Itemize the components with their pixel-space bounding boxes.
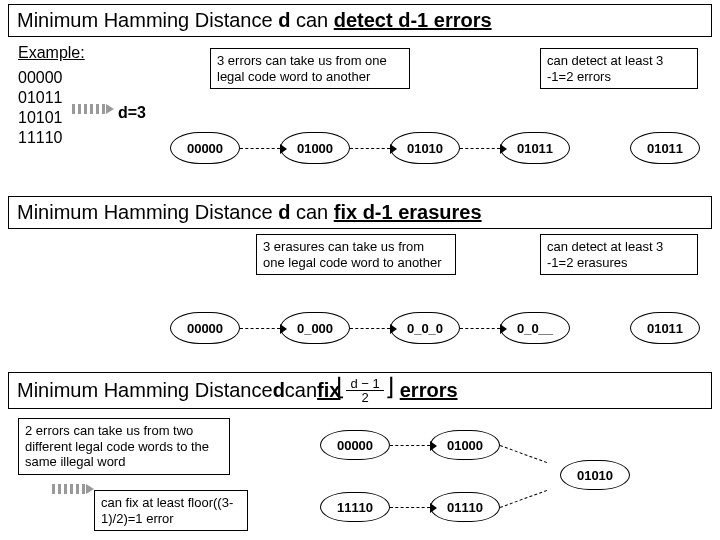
- oval-node: 00000: [320, 430, 390, 460]
- arrow-dash-icon: [390, 445, 430, 446]
- oval-node: 01000: [430, 430, 500, 460]
- oval-label: 01011: [517, 141, 553, 156]
- title-emph: detect d-1 errors: [334, 9, 492, 31]
- floor-fraction: d − 1 2: [346, 377, 383, 404]
- codeword: 11110: [18, 128, 63, 148]
- title-text: Minimum Hamming Distance: [17, 9, 278, 31]
- title-d: d: [278, 9, 290, 31]
- title-mid: can: [290, 9, 333, 31]
- d-label: d=3: [118, 104, 146, 122]
- title-errors: errors: [400, 379, 458, 402]
- title-fix-errors: Minimum Hamming Distance d can fix d − 1…: [8, 372, 712, 409]
- note-erasures-right: can detect at least 3 -1=2 erasures: [540, 234, 698, 275]
- oval-node: 0_0__: [500, 312, 570, 344]
- oval-label: 01000: [297, 141, 333, 156]
- dash-line: [500, 490, 547, 508]
- oval-node-merge: 01010: [560, 460, 630, 490]
- title-text: Minimum Hamming Distance: [17, 201, 278, 223]
- title-d: d: [273, 379, 285, 402]
- oval-label: 0_000: [297, 321, 333, 336]
- oval-node: 11110: [320, 492, 390, 522]
- arrow-icon: [52, 484, 86, 494]
- oval-label: 01011: [647, 321, 683, 336]
- arrow-dash-icon: [390, 507, 430, 508]
- title-detect: Minimum Hamming Distance d can detect d-…: [8, 4, 712, 37]
- oval-label: 0_0__: [517, 321, 553, 336]
- oval-label: 00000: [187, 141, 223, 156]
- arrow-dash-icon: [350, 148, 390, 149]
- title-erasures: Minimum Hamming Distance d can fix d-1 e…: [8, 196, 712, 229]
- note-errors-right: can detect at least 3 -1=2 errors: [540, 48, 698, 89]
- oval-node: 01011: [630, 132, 700, 164]
- oval-node: 01000: [280, 132, 350, 164]
- oval-label: 01000: [447, 438, 483, 453]
- note-fix-top: 2 errors can take us from two different …: [18, 418, 230, 475]
- note-fix-bottom: can fix at least floor((3-1)/2)=1 error: [94, 490, 248, 531]
- oval-label: 01010: [407, 141, 443, 156]
- note-erasures-left: 3 erasures can take us from one legal co…: [256, 234, 456, 275]
- oval-node: 00000: [170, 132, 240, 164]
- codeword: 01011: [18, 88, 63, 108]
- codeword: 10101: [18, 108, 63, 128]
- oval-node: 0_0_0: [390, 312, 460, 344]
- arrow-dash-icon: [240, 148, 280, 149]
- oval-label: 01010: [577, 468, 613, 483]
- arrow-dash-icon: [460, 328, 500, 329]
- codeword-list: 00000 01011 10101 11110: [18, 68, 63, 148]
- example-label: Example:: [18, 44, 85, 62]
- note-errors-left: 3 errors can take us from one legal code…: [210, 48, 410, 89]
- title-d: d: [278, 201, 290, 223]
- arrow-dash-icon: [350, 328, 390, 329]
- oval-label: 11110: [337, 500, 373, 515]
- arrow-icon: [72, 104, 106, 114]
- oval-label: 01110: [447, 500, 483, 515]
- oval-label: 00000: [337, 438, 373, 453]
- arrow-dash-icon: [240, 328, 280, 329]
- codeword: 00000: [18, 68, 63, 88]
- oval-node: 01110: [430, 492, 500, 522]
- oval-node: 01010: [390, 132, 460, 164]
- dash-line: [500, 445, 547, 463]
- frac-num: d − 1: [346, 377, 383, 391]
- oval-node: 01011: [630, 312, 700, 344]
- arrow-dash-icon: [460, 148, 500, 149]
- oval-label: 0_0_0: [407, 321, 443, 336]
- oval-node: 00000: [170, 312, 240, 344]
- oval-node: 0_000: [280, 312, 350, 344]
- title-mid: can: [285, 379, 317, 402]
- title-emph: fix d-1 erasures: [334, 201, 482, 223]
- frac-den: 2: [357, 391, 372, 404]
- title-mid: can: [290, 201, 333, 223]
- oval-node: 01011: [500, 132, 570, 164]
- oval-label: 01011: [647, 141, 683, 156]
- title-text: Minimum Hamming Distance: [17, 379, 273, 402]
- oval-label: 00000: [187, 321, 223, 336]
